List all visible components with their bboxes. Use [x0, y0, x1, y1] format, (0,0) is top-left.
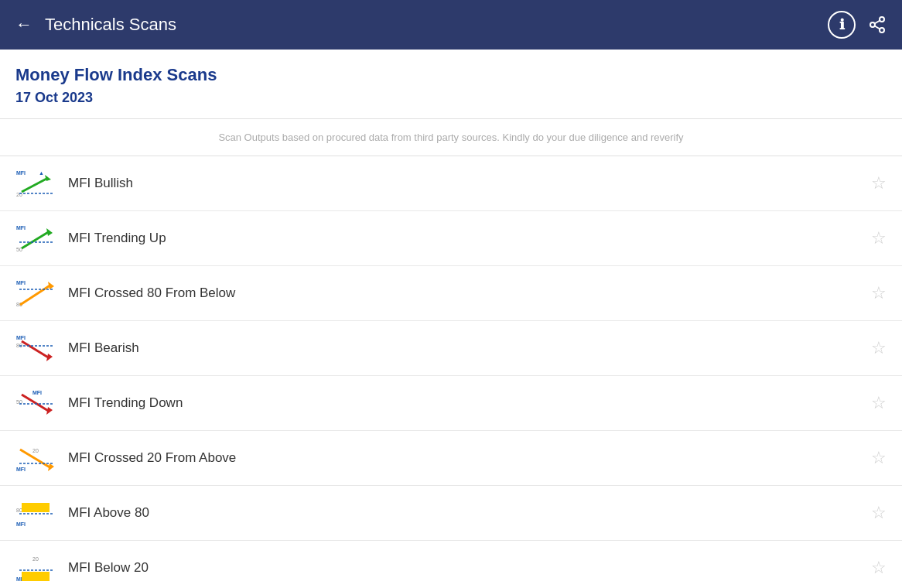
header: ← Technicals Scans ℹ — [0, 0, 902, 50]
scan-item-mfi-crossed-20-above[interactable]: 20 MFI MFI Crossed 20 From Above ☆ — [0, 431, 902, 486]
svg-marker-29 — [46, 407, 53, 415]
mfi-bullish-icon: MFI ▲ 20 — [15, 167, 56, 200]
svg-marker-14 — [46, 228, 53, 236]
scan-item-mfi-above-80[interactable]: 80 MFI MFI Above 80 ☆ — [0, 486, 902, 541]
svg-text:20: 20 — [32, 448, 39, 453]
header-title: Technicals Scans — [45, 15, 176, 35]
svg-marker-19 — [48, 282, 54, 289]
svg-marker-24 — [46, 354, 53, 361]
svg-text:MFI: MFI — [16, 170, 26, 176]
mfi-trending-up-icon: MFI 50 — [15, 222, 56, 255]
mfi-trending-down-icon: MFI 50 — [15, 387, 56, 419]
mfi-below-20-icon: 20 MFI — [15, 552, 56, 584]
mfi-bearish-label: MFI Bearish — [68, 340, 871, 356]
disclaimer-text: Scan Outputs based on procured data from… — [0, 119, 902, 156]
share-button[interactable] — [868, 15, 887, 34]
header-icons: ℹ — [828, 11, 887, 39]
mfi-crossed-20-above-star[interactable]: ☆ — [871, 448, 887, 468]
mfi-crossed-20-above-icon: 20 MFI — [15, 442, 56, 474]
page-date: 17 Oct 2023 — [15, 90, 887, 106]
content-header: Money Flow Index Scans 17 Oct 2023 — [0, 50, 902, 119]
mfi-crossed-80-below-label: MFI Crossed 80 From Below — [68, 285, 871, 301]
svg-line-23 — [22, 341, 50, 358]
mfi-bearish-star[interactable]: ☆ — [871, 338, 887, 358]
mfi-crossed-80-below-icon: MFI 80 — [15, 277, 56, 309]
mfi-trending-up-label: MFI Trending Up — [68, 231, 871, 246]
svg-point-1 — [870, 22, 875, 27]
mfi-above-80-icon: 80 MFI — [15, 497, 56, 529]
scan-item-mfi-below-20[interactable]: 20 MFI MFI Below 20 ☆ — [0, 541, 902, 588]
mfi-crossed-80-below-star[interactable]: ☆ — [871, 283, 887, 303]
scan-item-mfi-crossed-80-below[interactable]: MFI 80 MFI Crossed 80 From Below ☆ — [0, 266, 902, 321]
mfi-above-80-label: MFI Above 80 — [68, 505, 871, 521]
svg-line-3 — [875, 26, 880, 29]
back-button[interactable]: ← — [15, 15, 32, 35]
mfi-above-80-star[interactable]: ☆ — [871, 503, 887, 523]
svg-text:20: 20 — [16, 192, 22, 197]
svg-marker-34 — [48, 463, 54, 471]
svg-text:▲: ▲ — [39, 170, 44, 176]
scan-list: MFI ▲ 20 MFI Bullish ☆ MFI 50 — [0, 156, 902, 588]
svg-text:MFI: MFI — [16, 280, 26, 285]
svg-line-8 — [22, 178, 48, 192]
mfi-trending-down-star[interactable]: ☆ — [871, 393, 887, 413]
svg-line-28 — [22, 395, 50, 412]
svg-line-18 — [20, 285, 51, 305]
scan-item-mfi-trending-down[interactable]: MFI 50 MFI Trending Down ☆ — [0, 376, 902, 431]
info-button[interactable]: ℹ — [828, 11, 856, 39]
svg-text:20: 20 — [32, 556, 39, 562]
mfi-below-20-label: MFI Below 20 — [68, 560, 871, 576]
svg-point-2 — [880, 28, 884, 32]
mfi-bullish-label: MFI Bullish — [68, 176, 871, 191]
svg-text:MFI: MFI — [16, 521, 26, 527]
svg-rect-42 — [22, 572, 50, 581]
svg-text:MFI: MFI — [32, 390, 42, 395]
svg-text:80: 80 — [16, 508, 22, 513]
header-left: ← Technicals Scans — [15, 15, 176, 35]
page-title: Money Flow Index Scans — [15, 65, 887, 85]
mfi-trending-down-label: MFI Trending Down — [68, 395, 871, 411]
scan-item-mfi-bearish[interactable]: MFI 80 MFI Bearish ☆ — [0, 321, 902, 376]
mfi-bullish-star[interactable]: ☆ — [871, 173, 887, 193]
scan-item-mfi-trending-up[interactable]: MFI 50 MFI Trending Up ☆ — [0, 211, 902, 266]
svg-line-4 — [875, 21, 880, 24]
svg-text:MFI: MFI — [16, 225, 26, 231]
mfi-below-20-star[interactable]: ☆ — [871, 558, 887, 578]
svg-text:MFI: MFI — [16, 467, 26, 472]
svg-text:MFI: MFI — [16, 335, 26, 340]
mfi-trending-up-star[interactable]: ☆ — [871, 228, 887, 248]
svg-point-0 — [880, 17, 884, 22]
scan-item-mfi-bullish[interactable]: MFI ▲ 20 MFI Bullish ☆ — [0, 156, 902, 211]
mfi-bearish-icon: MFI 80 — [15, 332, 56, 364]
svg-line-13 — [22, 231, 50, 248]
svg-rect-38 — [22, 503, 50, 512]
mfi-crossed-20-above-label: MFI Crossed 20 From Above — [68, 450, 871, 466]
